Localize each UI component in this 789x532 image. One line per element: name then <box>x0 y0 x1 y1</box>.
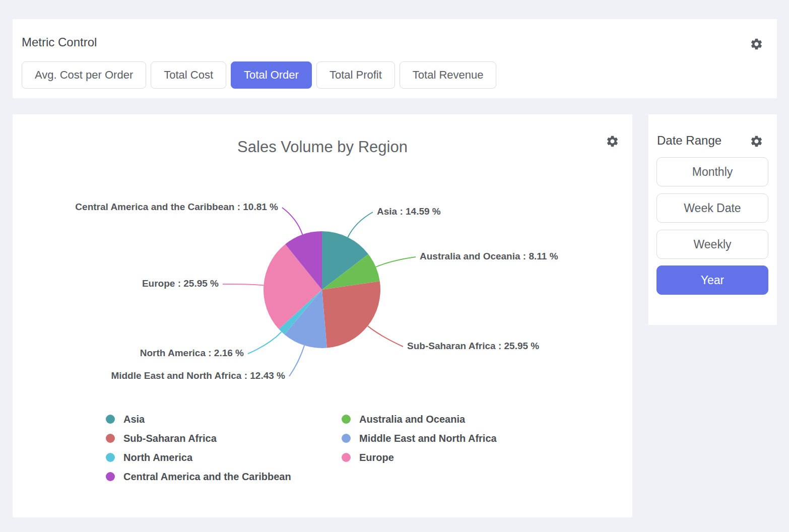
metric-button-total-cost[interactable]: Total Cost <box>151 61 226 89</box>
legend-dot-icon <box>106 472 115 481</box>
legend-dot-icon <box>342 453 351 462</box>
metric-button-total-order[interactable]: Total Order <box>231 61 312 89</box>
dashboard: Metric Control Avg. Cost per Order Total… <box>0 0 789 532</box>
legend-item-middle-east-and-north-africa[interactable]: Middle East and North Africa <box>342 432 577 444</box>
pie-label-line-middle-east-and-north-africa <box>289 346 304 376</box>
legend-dot-icon <box>106 434 115 443</box>
legend-label: Sub-Saharan Africa <box>123 433 217 444</box>
legend-label: Middle East and North Africa <box>359 433 497 444</box>
legend-dot-icon <box>342 434 351 443</box>
date-range-settings-button[interactable] <box>750 135 763 148</box>
chart-legend: AsiaAustralia and OceaniaSub-Saharan Afr… <box>106 413 577 483</box>
date-range-title: Date Range <box>657 134 721 148</box>
date-range-button-year[interactable]: Year <box>656 265 768 295</box>
pie-label-line-north-america <box>248 332 282 354</box>
legend-item-north-america[interactable]: North America <box>106 451 342 463</box>
pie-label-line-asia <box>348 212 373 237</box>
pie-label-central-america-and-the-caribbean: Central America and the Caribbean : 10.8… <box>75 202 278 212</box>
pie-label-line-australia-and-oceania <box>376 257 416 267</box>
metric-control-panel: Metric Control Avg. Cost per Order Total… <box>13 19 777 98</box>
gear-icon <box>750 135 763 148</box>
date-range-button-weekly[interactable]: Weekly <box>656 230 768 259</box>
date-range-button-week-date[interactable]: Week Date <box>656 193 768 223</box>
legend-dot-icon <box>342 415 351 424</box>
gear-icon <box>750 37 763 51</box>
date-range-panel: Date Range Monthly Week Date Weekly Year <box>648 114 777 325</box>
pie-label-line-sub-saharan-africa <box>368 326 403 347</box>
legend-item-europe[interactable]: Europe <box>342 451 577 463</box>
metric-button-group: Avg. Cost per Order Total Cost Total Ord… <box>22 61 496 89</box>
legend-item-sub-saharan-africa[interactable]: Sub-Saharan Africa <box>106 432 342 444</box>
sales-volume-chart-panel: Sales Volume by Region Asia : 14.59 %Aus… <box>13 114 632 517</box>
pie-label-australia-and-oceania: Australia and Oceania : 8.11 % <box>420 251 558 261</box>
legend-label: North America <box>123 452 192 463</box>
legend-item-central-america-and-the-caribbean[interactable]: Central America and the Caribbean <box>106 471 342 483</box>
pie-label-middle-east-and-north-africa: Middle East and North Africa : 12.43 % <box>111 370 285 381</box>
legend-item-australia-and-oceania[interactable]: Australia and Oceania <box>342 413 577 425</box>
pie-label-line-central-america-and-the-caribbean <box>282 208 302 235</box>
metric-button-total-revenue[interactable]: Total Revenue <box>400 61 497 89</box>
legend-dot-icon <box>106 415 115 424</box>
legend-item-asia[interactable]: Asia <box>106 413 342 425</box>
metric-settings-button[interactable] <box>750 37 763 51</box>
pie-label-europe: Europe : 25.95 % <box>142 278 219 289</box>
pie-label-asia: Asia : 14.59 % <box>377 206 441 217</box>
date-range-button-monthly[interactable]: Monthly <box>656 157 768 186</box>
legend-dot-icon <box>106 453 115 462</box>
metric-control-title: Metric Control <box>22 35 97 49</box>
legend-label: Asia <box>123 414 145 425</box>
pie-chart: Asia : 14.59 %Australia and Oceania : 8.… <box>13 114 632 409</box>
pie-label-line-europe <box>223 284 264 285</box>
metric-button-total-profit[interactable]: Total Profit <box>316 61 395 89</box>
metric-button-avg-cost-per-order[interactable]: Avg. Cost per Order <box>22 61 146 89</box>
pie-label-north-america: North America : 2.16 % <box>140 348 244 358</box>
pie-slice-sub-saharan-africa[interactable] <box>322 281 380 348</box>
legend-label: Central America and the Caribbean <box>123 471 291 483</box>
pie-label-sub-saharan-africa: Sub-Saharan Africa : 25.95 % <box>407 341 539 351</box>
legend-label: Europe <box>359 452 394 463</box>
legend-label: Australia and Oceania <box>359 414 465 425</box>
